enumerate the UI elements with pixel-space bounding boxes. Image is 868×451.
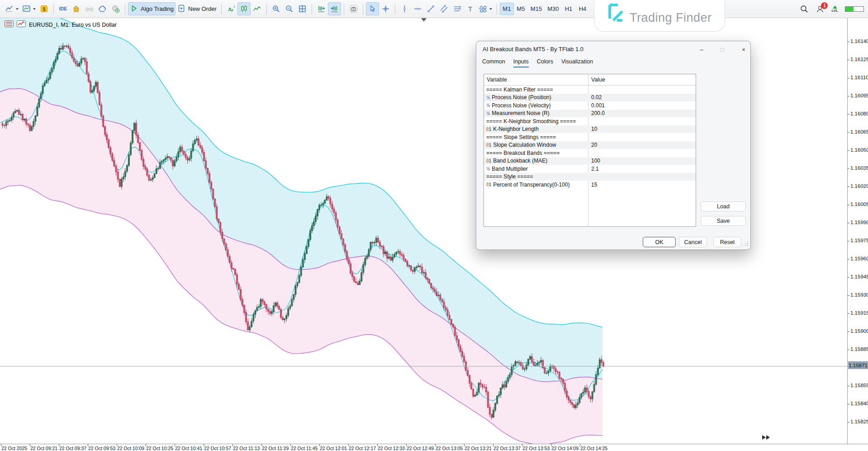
- cloud-storage-icon[interactable]: [96, 2, 109, 15]
- toolbar-separator: [53, 4, 54, 14]
- reset-button[interactable]: Reset: [713, 237, 741, 247]
- price-tick: [848, 114, 849, 115]
- channel-icon[interactable]: [437, 2, 451, 15]
- crosshair-icon[interactable]: [379, 2, 392, 15]
- zoom-in-icon[interactable]: [270, 2, 283, 15]
- tile-windows-icon[interactable]: [296, 2, 309, 15]
- timeframe-m15[interactable]: M15: [528, 3, 545, 15]
- save-button[interactable]: Save: [701, 216, 746, 226]
- algo-trading-button[interactable]: Algo Trading: [128, 2, 175, 15]
- candlestick-chart-icon[interactable]: [237, 2, 251, 15]
- indicator-settings-dialog: AI Breakout Bands MT5 - By TFlab 1.0 –□×…: [476, 41, 751, 250]
- search-icon[interactable]: [800, 5, 809, 14]
- time-label: 22 Oct 12:33: [378, 446, 405, 451]
- param-name: ===== Style =====: [486, 173, 533, 180]
- param-row[interactable]: ===== K-Neighbor Smoothing =====: [484, 117, 696, 125]
- param-row[interactable]: ½Band Multiplier2.1: [484, 165, 696, 173]
- screenshot-icon[interactable]: [347, 2, 360, 15]
- shapes-icon[interactable]: [477, 2, 494, 15]
- param-value[interactable]: 200.0: [591, 110, 605, 116]
- chart-shift-icon[interactable]: [328, 2, 341, 15]
- load-button[interactable]: Load: [701, 202, 746, 211]
- community-icon[interactable]: [109, 2, 122, 15]
- chart-list-icon[interactable]: [5, 20, 14, 29]
- level-indicator-icon[interactable]: LVL: [831, 5, 838, 13]
- tab-inputs[interactable]: Inputs: [513, 58, 529, 67]
- param-value[interactable]: 10: [591, 126, 597, 132]
- param-row[interactable]: 01K-Neighbor Length10: [484, 125, 696, 134]
- cancel-button[interactable]: Cancel: [679, 237, 707, 247]
- price-label: 1.15825: [850, 419, 868, 424]
- timeframe-m5[interactable]: M5: [514, 3, 528, 15]
- param-row[interactable]: ===== Slope Settings =====: [484, 133, 696, 141]
- trading-finder-logo-icon: [606, 2, 625, 25]
- timeframe-h1[interactable]: H1: [561, 3, 575, 15]
- dialog-titlebar[interactable]: AI Breakout Bands MT5 - By TFlab 1.0 –□×: [476, 41, 750, 57]
- chart-type-menu-icon[interactable]: [3, 2, 20, 15]
- xp-progress-icon[interactable]: [845, 6, 864, 12]
- notifications-icon[interactable]: 1: [816, 5, 825, 14]
- chart-window-icon[interactable]: [17, 20, 26, 29]
- text-label-icon[interactable]: T: [464, 2, 477, 15]
- param-row[interactable]: ===== Breakout Bands =====: [484, 149, 696, 157]
- param-value[interactable]: 100: [591, 158, 600, 164]
- param-value[interactable]: 0.02: [591, 94, 602, 101]
- price-tick: [848, 42, 849, 42]
- param-row[interactable]: ===== Kalman Filter =====: [484, 86, 696, 94]
- price-tick: [848, 223, 849, 223]
- ok-button[interactable]: OK: [643, 237, 676, 247]
- tick-chart-icon[interactable]: 1: [224, 2, 237, 15]
- time-label: 22 Oct 2025: [1, 446, 27, 451]
- time-label: 22 Oct 09:53: [88, 446, 115, 451]
- time-label: 22 Oct 13:37: [493, 446, 521, 451]
- param-row[interactable]: 01Slope Calculation Window20: [484, 141, 696, 149]
- trendline-icon[interactable]: [424, 2, 437, 15]
- chevron-down-icon: [16, 8, 19, 10]
- time-label: 22 Oct 14:25: [580, 446, 607, 451]
- param-row[interactable]: 01Percent of Transperancy(0-100)15: [484, 181, 696, 189]
- timeframe-m1[interactable]: M1: [500, 3, 514, 15]
- time-axis[interactable]: 22 Oct 202522 Oct 09:2122 Oct 09:3722 Oc…: [0, 444, 868, 451]
- zoom-out-icon[interactable]: [283, 2, 296, 15]
- param-value[interactable]: 15: [591, 182, 597, 188]
- indicator-window-menu-icon[interactable]: [20, 2, 38, 15]
- signals-icon[interactable]: ((o)): [83, 2, 96, 15]
- param-row[interactable]: ===== Style =====: [484, 173, 696, 181]
- tab-visualization[interactable]: Visualization: [561, 58, 593, 67]
- new-order-button[interactable]: New Order: [175, 2, 218, 15]
- scroll-to-end-icon[interactable]: [762, 434, 771, 442]
- maximize-icon[interactable]: □: [717, 45, 727, 54]
- quote-currency-icon[interactable]: $: [38, 2, 51, 15]
- line-chart-icon[interactable]: [251, 2, 264, 15]
- price-label: 1.15975: [850, 238, 868, 243]
- cursor-icon[interactable]: [366, 2, 379, 15]
- svg-text:$: $: [43, 6, 45, 12]
- price-label: 1.16080: [850, 111, 868, 116]
- close-icon[interactable]: ×: [739, 45, 749, 54]
- market-icon[interactable]: [70, 2, 83, 15]
- price-tick: [848, 96, 849, 96]
- price-axis[interactable]: 1.161401.161251.161101.160951.160801.160…: [847, 18, 868, 444]
- dialog-resize-grip[interactable]: [743, 241, 749, 248]
- tab-colors[interactable]: Colors: [537, 58, 553, 67]
- param-row[interactable]: 01Band Lookback (MAE)100: [484, 157, 696, 165]
- mql-ide-icon[interactable]: IDE: [57, 2, 70, 15]
- horizontal-line-icon[interactable]: [411, 2, 424, 15]
- timeframe-h4[interactable]: H4: [575, 3, 589, 15]
- timeframe-m30[interactable]: M30: [545, 3, 561, 15]
- param-value[interactable]: 20: [591, 142, 597, 148]
- param-name: ½Band Multiplier: [486, 166, 528, 172]
- vertical-line-icon[interactable]: [398, 2, 411, 15]
- auto-scroll-icon[interactable]: [315, 2, 328, 15]
- param-value[interactable]: 0.001: [591, 102, 605, 109]
- parallel-lines-icon[interactable]: [451, 2, 464, 15]
- chart-shift-marker-icon[interactable]: [421, 18, 427, 22]
- tab-common[interactable]: Common: [482, 58, 505, 67]
- toolbar-separator: [395, 4, 395, 14]
- minimize-icon[interactable]: –: [697, 45, 707, 54]
- param-row[interactable]: ½Measurement Noise (R)200.0: [484, 110, 696, 118]
- param-row[interactable]: ½Process Noise (Position)0.02: [484, 94, 696, 102]
- double-type-icon: ½: [486, 103, 490, 108]
- param-row[interactable]: ½Process Noise (Velocity)0.001: [484, 101, 696, 110]
- param-value[interactable]: 2.1: [591, 166, 599, 172]
